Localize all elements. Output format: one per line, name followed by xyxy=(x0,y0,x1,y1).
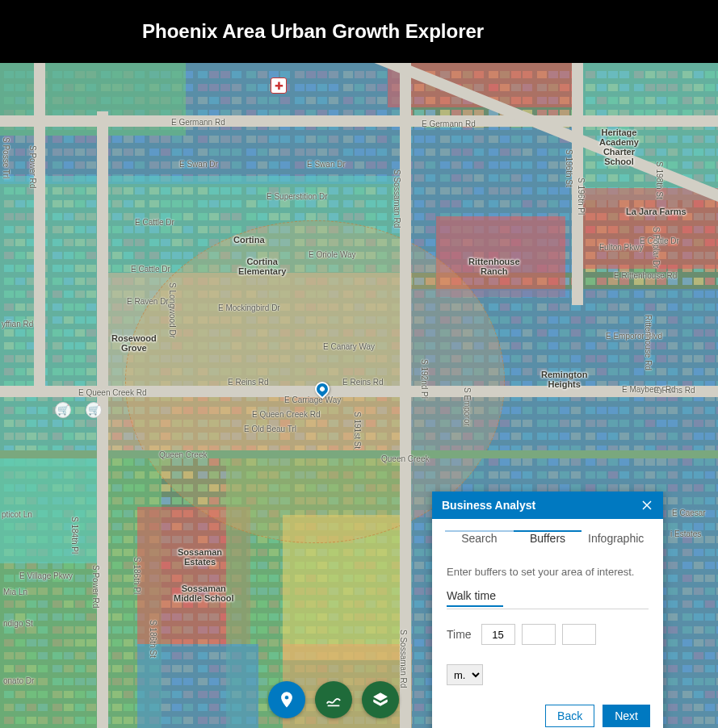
road xyxy=(34,63,45,394)
road-label: S 186th Pl xyxy=(132,555,141,596)
panel-help-text: Enter buffers to set your area of intere… xyxy=(447,566,649,578)
road-label: Rittenhouse Rd xyxy=(644,313,653,372)
next-button[interactable]: Next xyxy=(603,705,650,727)
app-title: Phoenix Area Urban Growth Explorer xyxy=(142,20,484,43)
close-icon[interactable] xyxy=(640,499,653,512)
buffer-type-select[interactable]: Walk time xyxy=(447,589,503,607)
road-label: E Germann Rd xyxy=(420,119,477,128)
draw-icon xyxy=(325,691,342,709)
road-label: S 186th St xyxy=(149,618,157,659)
time-inputs-row: Time m. xyxy=(447,624,649,685)
layers-tool-button[interactable] xyxy=(362,681,399,718)
pin-tool-button[interactable] xyxy=(268,681,305,718)
road-label: S Sossaman Rd xyxy=(399,628,408,689)
road-label: yffian Rd xyxy=(0,320,35,328)
map-tools xyxy=(268,681,399,718)
parcel-row xyxy=(682,278,718,285)
shopping-icon: 🛒 xyxy=(55,402,71,418)
road-label: i Estates xyxy=(669,529,703,538)
place-label: SossamanEstates xyxy=(178,547,222,567)
place-label: La Jara Farms xyxy=(626,207,687,216)
time-label: Time xyxy=(447,628,472,641)
business-analyst-panel: Business Analyst Search Buffers Infograp… xyxy=(432,492,663,728)
panel-body: Enter buffers to set your area of intere… xyxy=(432,551,663,698)
road-label: E Emporor Blvd xyxy=(604,332,664,341)
road-label: E Mockingbird Dr xyxy=(216,303,282,312)
road-label: E Queen Creek Rd xyxy=(250,410,322,419)
road-label: S 184th Pl xyxy=(70,515,79,555)
road-label: S Poplar Dr xyxy=(652,225,661,270)
map-canvas[interactable]: // (rendered after data) ✚ 🛒 🛒 E Germann… xyxy=(0,63,718,728)
back-button[interactable]: Back xyxy=(545,705,594,727)
road xyxy=(97,111,108,728)
time-input-1[interactable] xyxy=(481,624,515,645)
place-label: RosewoodGrove xyxy=(111,333,157,353)
unit-select[interactable]: m. xyxy=(447,664,483,685)
road-label: pticot Ln xyxy=(0,510,34,519)
road-label: E Carriage Way xyxy=(283,395,342,404)
road-label: S Power Rd xyxy=(28,144,37,190)
buffer-type-row: Walk time xyxy=(447,589,649,609)
road-label: E Cattle Dr xyxy=(129,265,172,274)
road-label: E Canary Way xyxy=(321,342,376,351)
road-label: S Sossaman Rd xyxy=(393,168,401,229)
panel-tabs: Search Buffers Infographic xyxy=(432,519,663,551)
road-label: Fulton Pkwy xyxy=(598,243,645,252)
panel-title: Business Analyst xyxy=(442,499,535,512)
road-label: Queen Creek xyxy=(157,450,208,459)
tab-buffers[interactable]: Buffers xyxy=(514,530,582,551)
place-label: HeritageAcademyCharterSchool xyxy=(599,128,639,166)
road-label: E Superstition Dr xyxy=(265,192,330,201)
road-label: onato Dr xyxy=(2,676,36,685)
road-label: E Germann Rd xyxy=(170,118,227,127)
road-label: Queen Creek xyxy=(380,454,430,463)
time-input-2[interactable] xyxy=(522,624,556,645)
road-label: S 196th St xyxy=(565,148,573,189)
road-label: ndigo St xyxy=(2,619,35,628)
app-header: Phoenix Area Urban Growth Explorer xyxy=(0,0,718,63)
road-label: S 198th St xyxy=(655,160,664,201)
place-label: Cortina xyxy=(233,235,265,245)
road-label: E Reins Rd xyxy=(341,378,385,387)
map-pin-icon xyxy=(278,691,296,709)
road-label: S Longwood Dr xyxy=(168,281,177,340)
time-input-3[interactable] xyxy=(562,624,596,645)
draw-tool-button[interactable] xyxy=(315,681,352,718)
place-label: CortinaElementary xyxy=(238,257,286,276)
road-label: E Queen Creek Rd xyxy=(77,388,149,397)
layers-icon xyxy=(372,691,389,709)
road-label: E Caesar xyxy=(670,508,708,517)
hospital-icon: ✚ xyxy=(271,77,287,94)
road-label: E Rittenhouse Rd xyxy=(612,271,678,280)
zone xyxy=(582,188,718,269)
road-label: E Village Pkwy xyxy=(18,571,74,580)
tab-search[interactable]: Search xyxy=(445,530,514,551)
place-label: RemingtonHeights xyxy=(541,370,587,389)
road-label: Mia Ln xyxy=(2,588,29,596)
app-root: Phoenix Area Urban Growth Explorer xyxy=(0,0,718,728)
panel-footer: Back Next xyxy=(432,698,663,728)
road-label: E Oriole Way xyxy=(307,250,358,259)
road-label: E Old Beau Trl xyxy=(242,425,298,433)
place-label: SossamanMiddle School xyxy=(174,584,234,603)
tab-infographic[interactable]: Infographic xyxy=(582,530,650,551)
road-label: S 196th Pl xyxy=(577,176,586,216)
panel-header: Business Analyst xyxy=(432,492,663,519)
road-label: E Cattle Dr xyxy=(133,218,176,227)
shopping-icon: 🛒 xyxy=(86,402,102,418)
road-label: E Swan Dr xyxy=(305,160,347,169)
road-label: E Mayberry Rd xyxy=(620,385,678,394)
road-label: S Power Rd xyxy=(91,563,100,609)
place-label: RittenhouseRanch xyxy=(468,257,520,276)
road-label: S 192nd Pl xyxy=(420,358,429,400)
road-label: E Swan Dr xyxy=(178,160,220,169)
road-label: E Reins Rd xyxy=(226,378,271,387)
road-label: S Posse Trl xyxy=(2,136,10,180)
road-label: S Emporor xyxy=(463,386,472,428)
road-label: S 191st St xyxy=(353,410,362,450)
road-label: E Raven Dr xyxy=(125,297,170,306)
